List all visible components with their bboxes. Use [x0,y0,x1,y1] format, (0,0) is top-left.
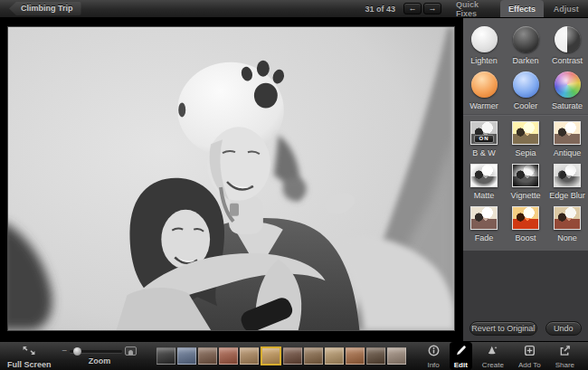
effect-tile-label: Matte [474,191,495,200]
share-button[interactable]: Share [551,342,579,370]
effect-tile-edge-blur[interactable]: Edge Blur [546,161,588,204]
sphere-effect-cooler[interactable]: Cooler [505,69,546,114]
effect-tile-boost[interactable]: Boost [505,204,546,246]
effect-tile-bw[interactable]: ONB & W [463,119,505,161]
info-icon [428,344,440,360]
info-button[interactable]: Info [422,342,443,370]
sphere-effect-label: Contrast [552,56,583,65]
zoom-out-icon: − [62,346,68,356]
zoom-slider[interactable]: − [62,346,138,356]
dock-item-label: Share [555,361,574,369]
effect-tile-sepia[interactable]: Sepia [505,119,546,161]
dock-item-label: Info [427,361,439,369]
effect-preview-matte [470,164,498,187]
effect-tile-label: Boost [515,233,536,242]
saturate-sphere-icon [555,71,581,98]
lighten-sphere-icon [471,26,498,52]
effect-tile-antique[interactable]: Antique [546,119,588,161]
effect-on-badge: ON [474,135,494,143]
revert-to-original-button[interactable]: Revert to Original [469,321,537,336]
sphere-effect-contrast[interactable]: Contrast [546,24,588,69]
tile-effects-grid: ONB & WSepiaAntiqueMatteVignetteEdge Blu… [463,114,588,246]
effects-panel: LightenDarkenContrastWarmerCoolerSaturat… [463,18,588,341]
undo-button[interactable]: Undo [545,321,582,336]
effects-panel-bottom: Revert to Original Undo [463,251,588,341]
create-button[interactable]: Create [478,342,508,370]
filmstrip-thumb[interactable] [325,347,344,365]
add-to-icon [524,344,536,360]
effect-tile-fade[interactable]: Fade [463,204,505,246]
full-screen-label: Full Screen [7,360,52,369]
filmstrip-thumb[interactable] [198,347,217,365]
full-screen-button[interactable]: Full Screen [7,343,52,369]
effect-tile-label: Antique [554,148,582,157]
photo-counter: 31 of 43 [365,5,395,14]
panel-buttons: Revert to Original Undo [469,321,582,336]
photo-illustration [8,27,454,330]
effect-tile-matte[interactable]: Matte [463,161,505,204]
effect-tile-label: Edge Blur [549,191,585,200]
dock-toolbar: InfoEditCreateAdd ToShare [419,342,588,370]
zoom-slider-track[interactable] [70,350,122,353]
effect-preview-image [471,165,497,186]
zoom-control: − Zoom [62,346,138,365]
cooler-sphere-icon [513,71,539,98]
filmstrip-thumb[interactable] [366,347,385,365]
filmstrip-thumb[interactable] [283,347,302,365]
dock-item-label: Add To [518,361,541,369]
warmer-sphere-icon [471,71,498,98]
contrast-sphere-icon [555,26,581,52]
tab-adjust[interactable]: Adjust [544,0,588,17]
tab-effects[interactable]: Effects [500,0,545,17]
sphere-effect-saturate[interactable]: Saturate [546,69,588,114]
effect-preview-image [513,165,538,186]
effect-tile-label: None [557,233,577,242]
photo-canvas [0,18,463,341]
back-button-album[interactable]: Climbing Trip [9,2,81,15]
bottom-bar: Full Screen − Zoom InfoEditCreateAdd ToS… [0,341,588,370]
effect-tile-label: Fade [475,233,494,242]
arrow-left-icon: ← [409,4,417,13]
filmstrip-thumb-selected[interactable] [261,346,281,365]
effect-preview-edge-blur [554,164,581,187]
sphere-effect-label: Lighten [470,56,498,65]
photo-nav-buttons: ← → [403,3,441,14]
tab-quick-fixes[interactable]: Quick Fixes [456,0,500,17]
filmstrip-thumb[interactable] [240,347,259,365]
main-area: LightenDarkenContrastWarmerCoolerSaturat… [0,18,588,341]
effects-panel-top: LightenDarkenContrastWarmerCoolerSaturat… [463,18,588,251]
add-to-button[interactable]: Add To [514,342,545,370]
filmstrip-thumb[interactable] [387,347,406,365]
effect-tile-label: Vignette [511,191,541,200]
sphere-effect-darken[interactable]: Darken [505,24,546,69]
share-icon [559,344,571,360]
sphere-effect-lighten[interactable]: Lighten [463,24,505,69]
sphere-effect-label: Warmer [469,101,498,110]
effect-tile-vignette[interactable]: Vignette [505,161,546,204]
magic-hat-icon [487,344,498,360]
bottom-left-controls: Full Screen − Zoom [0,343,144,369]
filmstrip-thumb[interactable] [346,347,365,365]
next-photo-button[interactable]: → [423,3,441,14]
fullscreen-icon [22,343,36,359]
effect-preview-image [471,207,497,229]
edit-button[interactable]: Edit [450,342,472,370]
filmstrip-thumb[interactable] [304,347,323,365]
iphoto-edit-window: Climbing Trip 31 of 43 ← → Quick FixesEf… [0,0,588,370]
zoom-label: Zoom [89,356,111,365]
filmstrip-thumb[interactable] [177,347,196,365]
previous-photo-button[interactable]: ← [403,3,422,14]
effect-preview-image [513,207,538,229]
sphere-effect-label: Saturate [552,101,583,110]
filmstrip-thumb[interactable] [156,347,175,365]
effect-tile-none[interactable]: None [546,204,588,246]
edit-panel-tabs: Quick FixesEffectsAdjust [456,0,588,17]
effect-preview-none [554,206,581,230]
effect-preview-image [555,207,580,229]
filmstrip-thumb[interactable] [219,347,238,365]
effect-preview-sepia [512,121,539,145]
effect-preview-vignette [512,164,539,187]
sphere-effect-warmer[interactable]: Warmer [463,69,505,114]
zoom-slider-knob[interactable] [73,347,81,356]
effect-preview-image [555,122,580,144]
